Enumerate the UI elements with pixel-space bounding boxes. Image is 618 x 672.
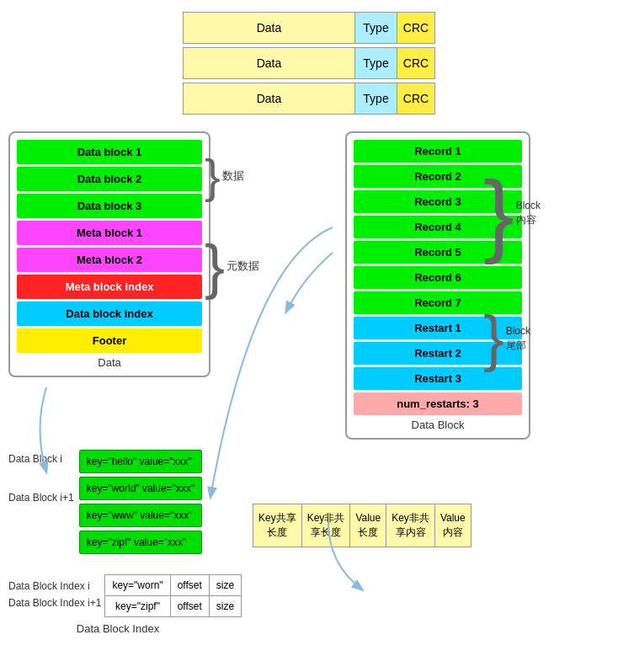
key-shared-len: Key共享长度	[253, 504, 302, 547]
data-block-2: Data block 2	[17, 167, 202, 191]
index-table: key="worn" offset size key="zipf" offset…	[104, 574, 242, 617]
middle-section: Data block 1 Data block 2 Data block 3 M…	[0, 123, 618, 440]
data-row-2: Data Type CRC	[183, 47, 435, 79]
entry-world: key="world" value="xxx"	[79, 477, 202, 500]
num-restarts: num_restarts: 3	[354, 392, 522, 415]
table-row: key="zipf" offset size	[105, 596, 242, 617]
entry-www: key="www" value="xxx"	[79, 504, 202, 527]
index-key-2: key="zipf"	[105, 596, 170, 617]
entry-zipf: key="zipf" value="xxx"	[79, 531, 202, 554]
data-block-i-label: Data Block i	[8, 453, 74, 465]
data-row-1: Data Type CRC	[183, 12, 435, 44]
label-data: 数据	[222, 168, 244, 184]
data-block-i1-label: Data Block i+1	[8, 492, 74, 504]
meta-block-2: Meta block 2	[17, 248, 202, 272]
data-cell-1: Data	[184, 13, 355, 43]
right-box-title: Data Block	[354, 419, 522, 431]
meta-block-1: Meta block 1	[17, 221, 202, 245]
data-block-index-title: Data Block Index	[8, 622, 227, 635]
data-cell-3: Data	[184, 83, 355, 114]
meta-block-index: Meta block index	[17, 275, 202, 299]
label-meta: 元数据	[226, 259, 259, 274]
crc-cell-1: CRC	[397, 13, 434, 43]
crc-cell-2: CRC	[397, 48, 434, 78]
key-record-area: Key共享长度 Key非共享长度 Value长度 Key非共享内容 Value内…	[253, 500, 471, 547]
index-offset-2: offset	[170, 596, 209, 617]
type-cell-2: Type	[355, 48, 397, 78]
label-block-content: Block内容	[516, 199, 541, 227]
index-key-1: key="worn"	[105, 575, 170, 596]
value-len: Value长度	[350, 504, 386, 547]
key-table: Key共享长度 Key非共享长度 Value长度 Key非共享内容 Value内…	[253, 504, 471, 547]
value-content: Value内容	[434, 504, 471, 547]
data-block-index-i-label: Data Block Index i	[8, 580, 101, 592]
index-size-1: size	[209, 575, 241, 596]
crc-cell-3: CRC	[397, 83, 434, 114]
entry-hello: key="hello" value="xxx"	[79, 450, 202, 473]
key-table-row: Key共享长度 Key非共享长度 Value长度 Key非共享内容 Value内…	[253, 504, 471, 547]
left-box: Data block 1 Data block 2 Data block 3 M…	[8, 131, 210, 377]
top-section: Data Type CRC Data Type CRC Data Type CR…	[0, 0, 618, 123]
bottom-section: Data Block i Data Block i+1 key="hello" …	[0, 440, 618, 635]
data-cell-2: Data	[184, 48, 355, 78]
data-block-index: Data block index	[17, 301, 202, 326]
left-box-title: Data	[17, 356, 202, 369]
data-blocks-area: Data Block i Data Block i+1 key="hello" …	[8, 450, 227, 635]
type-cell-1: Type	[355, 13, 397, 43]
label-block-tail: Block尾部	[506, 324, 530, 353]
data-block-3: Data block 3	[17, 194, 202, 218]
footer-block: Footer	[17, 328, 202, 353]
index-offset-1: offset	[170, 575, 209, 596]
key-nonshared-len: Key非共享长度	[301, 504, 350, 547]
index-size-2: size	[209, 596, 241, 617]
data-block-1: Data block 1	[17, 140, 202, 164]
key-nonshared-content: Key非共享内容	[386, 504, 435, 547]
type-cell-3: Type	[355, 83, 397, 114]
table-row: key="worn" offset size	[105, 575, 242, 596]
data-row-3: Data Type CRC	[183, 83, 435, 115]
data-block-index-i1-label: Data Block Index i+1	[8, 597, 101, 609]
